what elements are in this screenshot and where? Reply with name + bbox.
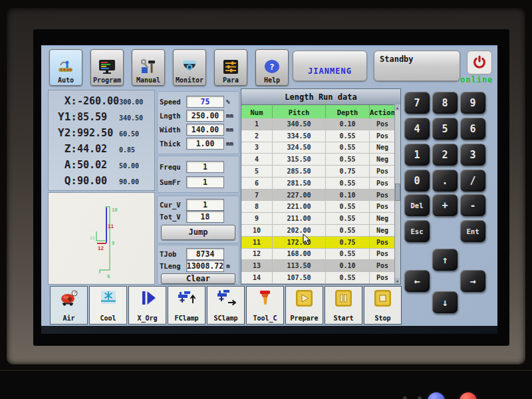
key-8[interactable]: 8 [432, 92, 458, 114]
cell-action: Neg [370, 154, 395, 165]
power-button[interactable] [467, 51, 492, 74]
key-enter[interactable]: Ent [460, 220, 485, 242]
axis-a-set-value: 50.00 [119, 162, 151, 170]
x-org-label: X_Org [137, 315, 157, 322]
speed-unit: % [226, 98, 237, 105]
sliders-icon [221, 59, 240, 75]
key-5[interactable]: 5 [432, 118, 458, 140]
status-display[interactable]: Standby [374, 51, 460, 81]
jump-button[interactable]: Jump [161, 225, 235, 240]
hmi-screen: Auto Program Manual [41, 45, 497, 334]
table-row[interactable]: 7227.000.10Pos [241, 190, 395, 201]
cell-pitch: 334.50 [273, 130, 326, 142]
key-dot[interactable]: . [432, 170, 458, 192]
hardware-button-red [458, 390, 479, 399]
table-row[interactable]: 4315.500.55Neg [241, 154, 395, 166]
table-row[interactable]: 3324.500.55Neg [241, 142, 395, 154]
table-row[interactable]: 5285.500.75Pos [241, 166, 395, 178]
key-delete[interactable]: Del [404, 194, 430, 216]
column-header-depth: Depth [326, 105, 370, 119]
cell-depth: 0.55 [326, 178, 370, 189]
nav-help-button[interactable]: ? Help [255, 49, 289, 86]
key-arrow-left[interactable]: ← [404, 270, 430, 292]
cell-num: 1 [241, 118, 273, 130]
key-4[interactable]: 4 [404, 118, 430, 140]
sclamp-button[interactable]: SClamp [207, 286, 245, 325]
nav-para-button[interactable]: Para [214, 49, 247, 86]
scrollbar-thumb[interactable] [395, 184, 400, 201]
sumfr-input[interactable]: 1 [186, 176, 224, 188]
cool-button[interactable]: Cool [89, 286, 127, 325]
speed-input[interactable]: 75 [186, 96, 224, 108]
key-arrow-up[interactable]: ↑ [432, 249, 458, 271]
tleng-input[interactable]: 13008.72 [186, 260, 224, 272]
key-escape[interactable]: Esc [404, 220, 430, 242]
cell-depth: 0.55 [326, 213, 370, 224]
profile-preview-panel: 10 9 8 13 11 12 [48, 192, 155, 285]
nav-program-label: Program [93, 76, 121, 84]
scroll-up-icon[interactable]: ▲ [395, 104, 400, 110]
key-9[interactable]: 9 [460, 92, 485, 114]
cell-num: 13 [241, 260, 273, 271]
key-slash[interactable]: / [460, 170, 485, 192]
table-row[interactable]: 14107.500.55Pos [241, 272, 395, 284]
brand-button[interactable]: JIANMENG [293, 51, 367, 81]
nav-manual-button[interactable]: Manual [132, 49, 165, 86]
key-minus[interactable]: - [460, 194, 485, 216]
table-row[interactable]: 11172.000.75Pos [241, 237, 395, 249]
stop-square-icon [374, 289, 392, 307]
start-button[interactable]: Start [325, 286, 362, 325]
width-label: Width [160, 126, 184, 134]
key-arrow-right[interactable]: → [460, 270, 485, 292]
nav-auto-button[interactable]: Auto [49, 49, 82, 86]
cur-v-input[interactable]: 1 [186, 199, 224, 211]
key-0[interactable]: 0 [404, 170, 430, 192]
cell-action: Pos [370, 237, 395, 248]
key-1[interactable]: 1 [404, 144, 430, 166]
nav-program-button[interactable]: Program [90, 49, 124, 86]
frequ-input[interactable]: 1 [186, 161, 224, 173]
table-row[interactable]: 2334.500.55Pos [241, 130, 395, 142]
tool-change-icon [256, 289, 275, 307]
axis-z-set-value: 0.85 [119, 146, 151, 154]
key-6[interactable]: 6 [460, 118, 485, 140]
scroll-down-icon[interactable]: ▼ [395, 278, 400, 284]
fclamp-button[interactable]: FClamp [168, 286, 205, 325]
table-row[interactable]: 1340.500.10Pos [241, 118, 395, 130]
table-row[interactable]: 9211.000.55Neg [241, 213, 395, 225]
table-row[interactable]: 10202.000.55Neg [241, 225, 395, 237]
key-arrow-down[interactable]: ↓ [432, 291, 458, 313]
column-header-num: Num [241, 105, 273, 119]
thick-input[interactable]: 1.00 [186, 138, 224, 150]
table-row[interactable]: 6281.500.55Pos [241, 178, 395, 190]
key-2[interactable]: 2 [432, 144, 458, 166]
stop-button[interactable]: Stop [364, 286, 402, 325]
key-plus[interactable]: + [432, 194, 458, 216]
cell-pitch: 211.00 [273, 213, 326, 224]
table-row[interactable]: 12168.000.55Pos [241, 249, 395, 261]
x-org-button[interactable]: X_Org [128, 286, 166, 325]
manual-tools-icon [139, 59, 158, 75]
width-input[interactable]: 140.00 [186, 124, 224, 136]
length-input[interactable]: 250.00 [186, 110, 224, 122]
tjob-input[interactable]: 8734 [186, 248, 224, 260]
prepare-button[interactable]: Prepare [285, 286, 323, 325]
tleng-unit: m [226, 263, 237, 269]
cell-pitch: 172.00 [273, 237, 326, 248]
table-row[interactable]: 13113.500.10Pos [241, 260, 395, 272]
brand-label: JIANMENG [308, 66, 352, 76]
hardware-button-blue [426, 390, 447, 399]
air-button[interactable]: Air [50, 286, 88, 325]
length-row: Lngth 250.00 mm [160, 110, 237, 122]
clear-button[interactable]: Clear [161, 273, 235, 284]
axis-y2-label: Y2: [52, 126, 77, 139]
key-3[interactable]: 3 [460, 144, 485, 166]
tool-c-button[interactable]: Tool_C [246, 286, 284, 325]
tot-v-input[interactable]: 18 [186, 211, 224, 223]
table-row[interactable]: 8221.000.55Pos [241, 201, 395, 213]
nav-monitor-button[interactable]: Monitor [173, 49, 206, 86]
prepare-play-icon [295, 289, 313, 307]
tjob-label: TJob [160, 250, 184, 258]
key-7[interactable]: 7 [404, 92, 430, 114]
table-scrollbar[interactable]: ▲ ▼ [394, 104, 400, 284]
